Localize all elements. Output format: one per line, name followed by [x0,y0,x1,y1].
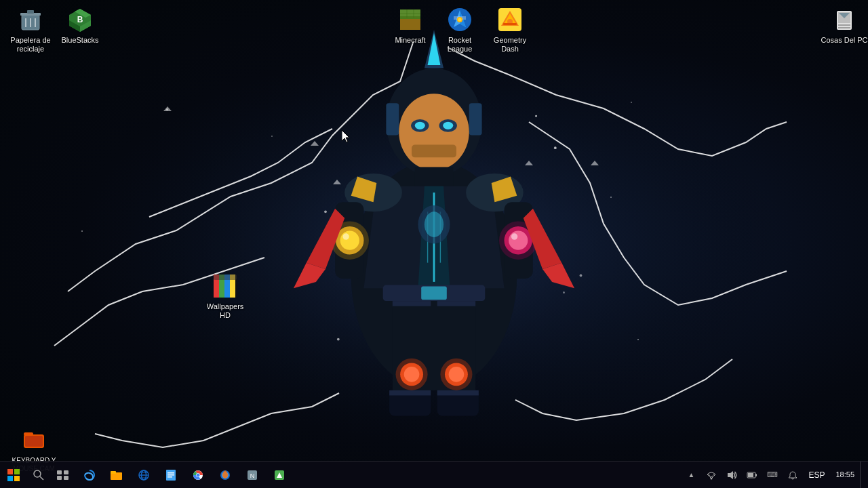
svg-rect-109 [14,469,20,474]
taskbar: N ▲ [0,461,868,488]
sparkle [631,102,632,103]
svg-rect-126 [167,472,174,474]
papelera-icon [17,6,44,33]
svg-rect-95 [838,24,850,26]
sparkle [271,136,273,137]
icon-cosas-del-pc[interactable]: Cosas Del PC [817,3,868,47]
app2-button[interactable] [266,462,293,489]
firefox-button[interactable] [212,462,239,489]
svg-rect-105 [25,436,43,447]
wallpapers-hd-label: Wallpapers HD [201,302,250,320]
tray-expand-button[interactable]: ▲ [681,462,701,489]
svg-rect-127 [167,474,174,476]
desktop: Papelera de reciclaje B BlueStacks [0,0,868,488]
show-desktop-button[interactable] [860,462,865,489]
search-button[interactable] [27,462,50,489]
rocket-league-label: Rocket League [435,36,484,54]
edge-button[interactable] [76,462,103,489]
svg-rect-67 [27,10,34,14]
icon-minecraft[interactable]: Minecraft [383,3,437,47]
start-button[interactable] [0,462,27,489]
rocket-league-icon [446,6,473,33]
svg-rect-119 [111,471,116,474]
ie-button[interactable] [130,462,157,489]
tray-power-icon[interactable] [742,462,762,489]
tray-notifications-icon[interactable] [783,462,803,489]
svg-rect-111 [14,476,20,481]
svg-rect-103 [214,274,237,280]
tray-clock[interactable]: 18:55 [830,462,860,489]
svg-rect-114 [57,470,62,474]
sparkle [81,230,83,232]
geometry-dash-label: Geometry Dash [486,36,534,54]
minecraft-label: Minecraft [395,36,425,45]
sparkle [610,197,612,198]
svg-rect-96 [838,27,850,28]
svg-line-113 [40,476,43,480]
tray-network-icon[interactable] [701,462,722,489]
bluestacks-icon: B [66,6,94,33]
tray-language-indicator[interactable]: ESP [803,462,830,489]
cosas-del-pc-icon [831,6,858,33]
bluestacks-label: BlueStacks [61,36,98,45]
task-view-button[interactable] [50,462,76,489]
geometry-dash-icon [496,6,524,33]
svg-rect-78 [400,16,420,19]
svg-point-131 [197,473,200,476]
keyboard-mouse-cam-icon [20,427,47,454]
icon-wallpapers-hd[interactable]: Wallpapers HD [198,270,252,323]
icon-rocket-league[interactable]: Rocket League [433,3,487,56]
svg-rect-106 [24,432,33,436]
desktop-icons-container: Papelera de reciclaje B BlueStacks [0,0,868,461]
svg-text:N: N [250,472,255,479]
svg-rect-110 [7,476,13,481]
sparkle [166,108,168,110]
icon-papelera[interactable]: Papelera de reciclaje [3,3,58,56]
svg-rect-141 [748,473,753,477]
file-explorer-button[interactable] [103,462,130,489]
tray-keyboard-icon[interactable]: ⌨ [762,462,783,489]
svg-rect-76 [400,18,420,30]
tray-time: 18:55 [835,470,854,479]
svg-marker-139 [728,471,733,479]
svg-rect-116 [57,476,62,480]
tray-volume-icon[interactable] [722,462,742,489]
svg-rect-92 [503,23,517,25]
app1-button[interactable]: N [239,462,266,489]
svg-point-87 [458,18,462,22]
svg-rect-142 [755,474,757,476]
svg-rect-115 [64,470,68,474]
system-tray: ▲ [678,462,868,489]
svg-rect-108 [7,469,13,474]
minecraft-icon [397,6,424,33]
files-button[interactable] [157,462,184,489]
papelera-label: Papelera de reciclaje [6,36,55,54]
wallpapers-hd-icon [212,272,239,300]
svg-rect-128 [167,476,172,478]
sparkle [563,291,565,293]
icon-bluestacks[interactable]: B BlueStacks [53,3,107,47]
svg-point-138 [711,477,713,479]
icon-geometry-dash[interactable]: Geometry Dash [483,3,537,56]
chrome-button[interactable] [184,462,212,489]
svg-point-112 [34,470,41,477]
cosas-del-pc-label: Cosas Del PC [821,36,867,45]
sparkle [637,339,639,340]
svg-rect-117 [64,476,68,480]
svg-text:B: B [77,15,83,24]
